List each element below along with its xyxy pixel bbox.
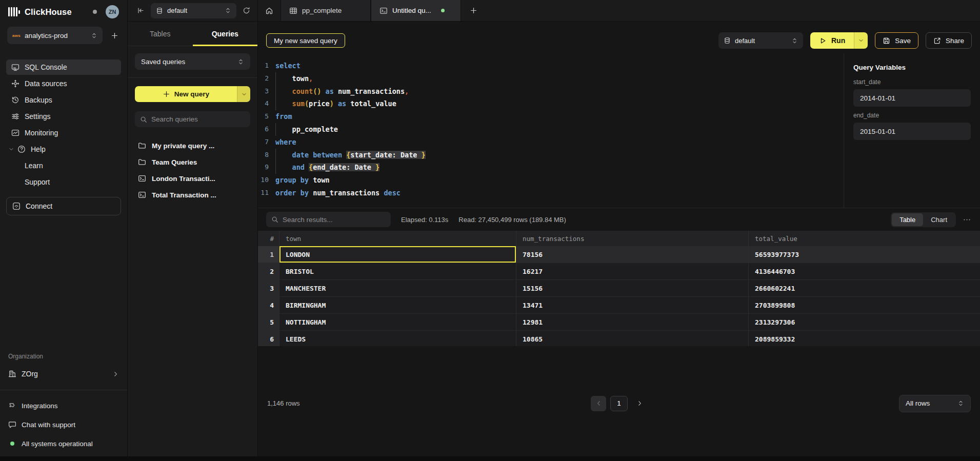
- sidebar-footer: IntegrationsChat with supportAll systems…: [0, 390, 127, 461]
- column-header-total-value[interactable]: total_value: [749, 231, 980, 246]
- table-row[interactable]: 3MANCHESTER151562660602241: [258, 280, 980, 297]
- saved-query-list: My private query ...Team QueriesLondon T…: [135, 137, 250, 203]
- column-header-num-transactions[interactable]: num_transactions: [516, 231, 749, 246]
- cell-total-value[interactable]: 2089859332: [749, 331, 980, 346]
- saved-query-team-queries[interactable]: Team Queries: [135, 154, 250, 170]
- elapsed-stat: Elapsed: 0.113s: [401, 216, 448, 224]
- presence-dot-icon: [93, 10, 97, 14]
- collapse-sidebar-icon[interactable]: [137, 7, 145, 14]
- query-search-input[interactable]: [151, 115, 245, 123]
- sidebar-item-backups[interactable]: Backups: [6, 92, 121, 108]
- connect-button[interactable]: Connect: [6, 197, 121, 215]
- cell-town[interactable]: LONDON: [279, 246, 516, 263]
- organization-item[interactable]: ZOrg: [8, 366, 119, 382]
- sidebar-footer-item-chat-with-support[interactable]: Chat with support: [8, 418, 119, 431]
- run-button[interactable]: Run: [810, 32, 854, 49]
- results-search-input[interactable]: [283, 216, 386, 224]
- editor-database-name: default: [735, 37, 755, 45]
- cell-num-transactions[interactable]: 12981: [516, 314, 749, 330]
- cell-num-transactions[interactable]: 13471: [516, 297, 749, 313]
- topbar-database-selector[interactable]: default: [151, 3, 236, 18]
- next-page-button[interactable]: [632, 396, 647, 411]
- cell-town[interactable]: BIRMINGHAM: [279, 297, 516, 313]
- column-header-town[interactable]: town: [279, 231, 516, 246]
- row-index-cell: 3: [258, 280, 279, 296]
- tab-tables[interactable]: Tables: [128, 22, 193, 46]
- refresh-icon[interactable]: [243, 7, 250, 14]
- saved-query-total-transaction[interactable]: Total Transaction ...: [135, 187, 250, 203]
- sql-editor[interactable]: 1select2 town,3 count() as num_transacti…: [258, 53, 844, 208]
- cell-town[interactable]: LEEDS: [279, 331, 516, 346]
- editor-database-selector[interactable]: default: [718, 32, 803, 49]
- variable-input-start-date[interactable]: [853, 89, 971, 107]
- service-selector[interactable]: aws analytics-prod: [7, 27, 103, 44]
- more-options-icon[interactable]: [962, 216, 972, 224]
- cell-total-value[interactable]: 56593977373: [749, 246, 980, 263]
- saved-query-london-transacti[interactable]: London Transacti...: [135, 170, 250, 187]
- variable-input-end-date[interactable]: [853, 123, 971, 140]
- sidebar-item-settings[interactable]: Settings: [6, 109, 121, 124]
- folder-icon: [138, 158, 146, 166]
- table-row[interactable]: 2BRISTOL162174136446703: [258, 263, 980, 280]
- code-line: 11order by num_transactions desc: [258, 187, 844, 199]
- sidebar-nav: SQL ConsoleData sourcesBackupsSettingsMo…: [0, 59, 127, 190]
- cell-town[interactable]: NOTTINGHAM: [279, 314, 516, 330]
- table-row[interactable]: 4BIRMINGHAM134712703899808: [258, 297, 980, 314]
- cell-total-value[interactable]: 4136446703: [749, 263, 980, 279]
- save-button[interactable]: Save: [875, 32, 918, 49]
- saved-query-label: My private query ...: [152, 142, 214, 150]
- cell-num-transactions[interactable]: 78156: [516, 246, 749, 263]
- sidebar-item-label: Monitoring: [25, 129, 58, 137]
- view-toggle-table[interactable]: Table: [892, 213, 923, 226]
- sidebar-item-support[interactable]: Support: [6, 174, 121, 190]
- code-line: 9 and {end_date: Date }: [258, 161, 844, 174]
- sidebar-item-monitoring[interactable]: Monitoring: [6, 125, 121, 141]
- help-icon: [17, 145, 26, 153]
- share-button[interactable]: Share: [926, 32, 972, 49]
- pagination: 1: [258, 396, 980, 411]
- cell-town[interactable]: BRISTOL: [279, 263, 516, 279]
- cell-num-transactions[interactable]: 10865: [516, 331, 749, 346]
- cell-total-value[interactable]: 2660602241: [749, 280, 980, 296]
- run-options-dropdown[interactable]: [854, 32, 868, 49]
- cell-num-transactions[interactable]: 15156: [516, 280, 749, 296]
- new-query-button[interactable]: New query: [135, 86, 250, 102]
- add-service-button[interactable]: [109, 30, 120, 41]
- cell-town[interactable]: MANCHESTER: [279, 280, 516, 296]
- document-tab-untitled-qu[interactable]: Untitled qu...: [371, 0, 461, 21]
- cell-total-value[interactable]: 2313297306: [749, 314, 980, 330]
- sidebar-footer-item-all-systems-operational[interactable]: All systems operational: [8, 437, 119, 450]
- tab-queries[interactable]: Queries: [193, 22, 258, 46]
- saved-query-my-private-query[interactable]: My private query ...: [135, 137, 250, 154]
- new-query-dropdown[interactable]: [237, 86, 250, 102]
- page-size-selector[interactable]: All rows: [899, 395, 971, 412]
- table-row[interactable]: 5NOTTINGHAM129812313297306: [258, 314, 980, 331]
- sidebar-item-label: Data sources: [25, 79, 67, 88]
- status-dot-icon: [8, 442, 16, 446]
- chevron-down-icon: [858, 37, 864, 44]
- table-row[interactable]: 1LONDON7815656593977373: [258, 246, 980, 263]
- saved-query-chip[interactable]: My new saved query: [266, 33, 345, 48]
- previous-page-button[interactable]: [591, 396, 606, 411]
- sidebar-item-help[interactable]: Help: [6, 142, 121, 157]
- row-index-cell: 2: [258, 263, 279, 279]
- table-row[interactable]: 6LEEDS108652089859332: [258, 331, 980, 346]
- line-number: 10: [258, 174, 275, 187]
- sidebar-footer-item-integrations[interactable]: Integrations: [8, 399, 119, 412]
- sidebar-item-data-sources[interactable]: Data sources: [6, 76, 121, 91]
- console-icon: [11, 63, 19, 71]
- line-number: 1: [258, 59, 275, 72]
- cell-total-value[interactable]: 2703899808: [749, 297, 980, 313]
- sidebar-item-sql-console[interactable]: SQL Console: [6, 59, 121, 75]
- plus-icon: [163, 90, 170, 98]
- run-label: Run: [831, 36, 845, 45]
- page-number[interactable]: 1: [610, 396, 628, 411]
- user-avatar[interactable]: ZN: [106, 5, 119, 18]
- view-toggle-chart[interactable]: Chart: [923, 213, 955, 226]
- new-tab-button[interactable]: [461, 0, 486, 21]
- cell-num-transactions[interactable]: 16217: [516, 263, 749, 279]
- document-tab-pp-complete[interactable]: pp_complete: [281, 0, 371, 21]
- sidebar-item-learn[interactable]: Learn: [6, 158, 121, 173]
- saved-queries-filter[interactable]: Saved queries: [135, 53, 250, 70]
- home-button[interactable]: [258, 0, 281, 21]
